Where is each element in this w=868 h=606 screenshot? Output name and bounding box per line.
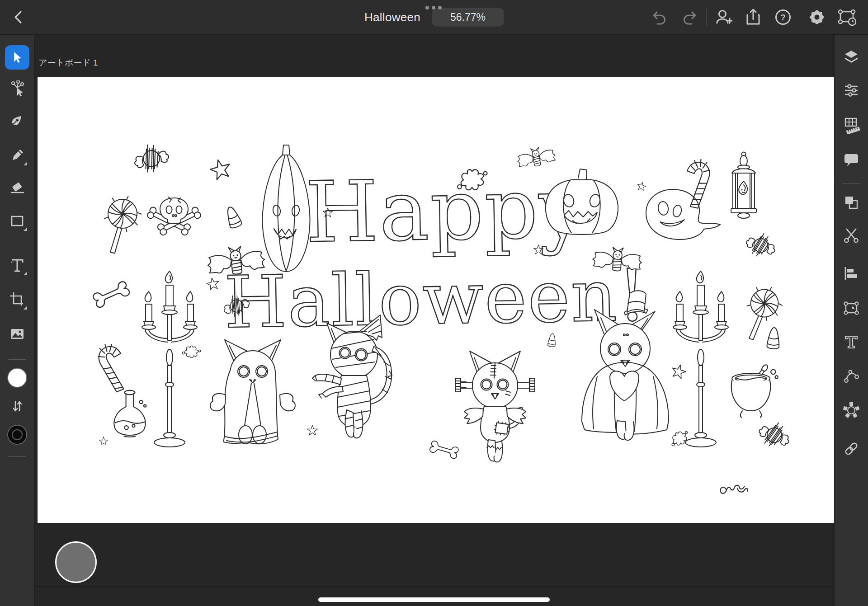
art-bone[interactable] <box>92 281 131 309</box>
tool-eraser[interactable] <box>5 175 29 199</box>
color-swatch-circle[interactable] <box>55 541 97 583</box>
redo-button[interactable] <box>675 0 704 34</box>
art-star[interactable] <box>670 363 687 380</box>
art-catghost[interactable] <box>210 340 295 444</box>
share-icon[interactable] <box>738 0 768 34</box>
artboard[interactable]: Happy Halloween! <box>38 77 835 523</box>
bottom-divider <box>34 586 835 587</box>
art-candy[interactable] <box>755 418 794 452</box>
art-candycorn[interactable] <box>767 327 780 349</box>
settings-gear-icon[interactable] <box>802 0 832 34</box>
undo-button[interactable] <box>645 0 675 34</box>
tools-panel <box>0 34 35 606</box>
tool-crop[interactable] <box>5 287 29 312</box>
swap-fill-stroke-button[interactable] <box>5 394 29 418</box>
canvas-area[interactable]: アートボード 1 <box>34 34 835 606</box>
comment-panel-button[interactable] <box>839 147 863 172</box>
art-cauldron[interactable] <box>731 364 778 418</box>
transform-panel-button[interactable] <box>839 296 863 320</box>
toolbar-divider <box>800 8 800 26</box>
art-candycorn[interactable] <box>224 205 242 229</box>
document-title[interactable]: Halloween <box>364 10 420 24</box>
tool-type[interactable] <box>5 253 29 277</box>
fill-color-swatch[interactable] <box>5 366 29 390</box>
art-ghost[interactable] <box>646 189 720 240</box>
artboard-label[interactable]: アートボード 1 <box>38 57 98 69</box>
tool-select[interactable] <box>5 45 29 70</box>
art-bone[interactable] <box>429 440 459 459</box>
toolbar-divider <box>706 8 707 26</box>
align-panel-button[interactable] <box>839 261 863 286</box>
art-candy[interactable] <box>743 229 778 261</box>
link-panel-button[interactable] <box>839 437 863 461</box>
add-person-button[interactable] <box>708 0 738 34</box>
submenu-indicator <box>24 162 27 165</box>
art-candycane[interactable] <box>93 340 137 393</box>
home-indicator[interactable] <box>318 597 550 602</box>
tool-direct-select[interactable] <box>5 76 29 101</box>
multitask-dots-icon <box>425 6 442 9</box>
sidebar-divider <box>842 183 860 184</box>
repeat-panel-button[interactable] <box>839 398 863 423</box>
combine-panel-button[interactable] <box>839 190 863 215</box>
help-icon[interactable]: ? <box>768 0 798 34</box>
stroke-color-swatch[interactable] <box>5 423 29 447</box>
art-candy[interactable] <box>132 141 171 175</box>
top-bar-actions: ? <box>645 0 862 34</box>
submenu-indicator <box>24 272 27 275</box>
tool-image[interactable] <box>5 322 29 346</box>
art-catfrank[interactable] <box>455 351 535 462</box>
path-panel-button[interactable] <box>839 364 863 389</box>
top-bar: Halloween 56.77% ? <box>0 0 868 35</box>
tools-divider <box>8 359 26 360</box>
art-splat[interactable] <box>182 343 201 360</box>
tool-pen[interactable] <box>5 108 29 132</box>
tool-shape[interactable] <box>5 209 29 233</box>
submenu-indicator <box>24 227 27 231</box>
zoom-level-pill[interactable]: 56.77% <box>432 8 504 27</box>
art-star[interactable] <box>206 277 220 291</box>
art-star[interactable] <box>637 181 646 191</box>
submenu-indicator <box>24 306 27 310</box>
view-options-icon[interactable] <box>832 0 862 34</box>
tools-divider <box>8 456 26 457</box>
art-flask[interactable] <box>114 390 146 437</box>
art-lollipop[interactable] <box>100 193 143 256</box>
art-signature[interactable] <box>720 485 747 493</box>
svg-text:?: ? <box>780 13 786 22</box>
type-panel-button[interactable] <box>839 330 863 354</box>
adjust-panel-button[interactable] <box>839 78 863 103</box>
art-skull[interactable] <box>146 197 202 236</box>
art-gourd[interactable] <box>262 145 310 272</box>
art-lantern[interactable] <box>731 152 756 219</box>
grid-ruler-panel-button[interactable] <box>839 113 863 137</box>
scissors-panel-button[interactable] <box>839 223 863 247</box>
art-lollipop[interactable] <box>740 282 786 344</box>
art-star[interactable] <box>99 437 108 445</box>
panels-sidebar <box>834 34 868 606</box>
art-star[interactable] <box>307 425 318 435</box>
art-candelabra[interactable] <box>673 271 728 447</box>
art-candelabra[interactable] <box>142 271 197 447</box>
tool-pencil[interactable] <box>5 143 29 168</box>
art-star[interactable] <box>208 157 232 181</box>
layers-panel-button[interactable] <box>839 44 863 69</box>
